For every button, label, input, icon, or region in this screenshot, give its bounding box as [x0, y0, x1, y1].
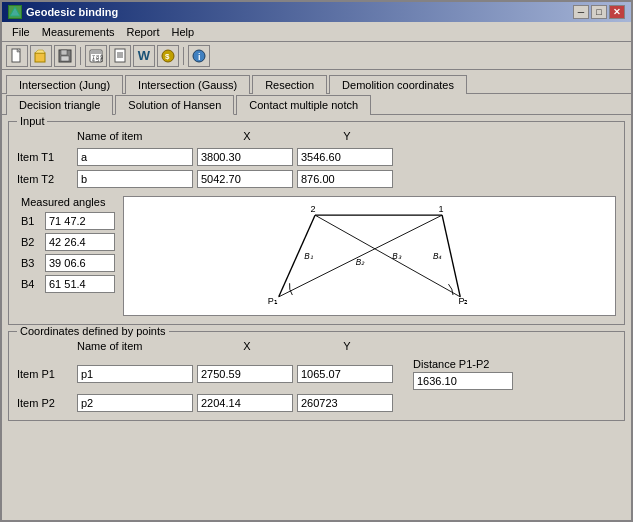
main-window: Geodesic binding ─ □ ✕ File Measurements…: [0, 0, 633, 522]
header-name: Name of item: [77, 130, 197, 142]
input-group-label: Input: [17, 115, 47, 127]
title-bar: Geodesic binding ─ □ ✕: [2, 2, 631, 22]
label-t1: Item T1: [17, 151, 73, 163]
angles-section: Measured angles B1 B2 B3 B4: [17, 196, 115, 316]
coords-p1-row: Item P1 Distance P1-P2: [17, 358, 616, 390]
open-button[interactable]: [30, 45, 52, 67]
header-y: Y: [297, 130, 397, 142]
distance-label: Distance P1-P2: [413, 358, 513, 370]
menu-bar: File Measurements Report Help: [2, 22, 631, 42]
coords-header-x: X: [197, 340, 297, 352]
svg-text:4 5 6: 4 5 6: [92, 57, 103, 63]
input-row-t1: Item T1: [17, 148, 616, 166]
tab-contact-multiple[interactable]: Contact multiple notch: [236, 95, 371, 115]
menu-file[interactable]: File: [6, 24, 36, 40]
menu-report[interactable]: Report: [121, 24, 166, 40]
t1-name-input[interactable]: [77, 148, 193, 166]
svg-text:B₄: B₄: [433, 252, 442, 261]
p1-name-input[interactable]: [77, 365, 193, 383]
t1-x-input[interactable]: [197, 148, 293, 166]
input-fields: Name of item X Y Item T1 Item T2: [17, 130, 616, 188]
header-x: X: [197, 130, 297, 142]
t2-x-input[interactable]: [197, 170, 293, 188]
svg-marker-4: [35, 50, 45, 53]
svg-text:B₁: B₁: [304, 252, 312, 261]
export-button[interactable]: $: [157, 45, 179, 67]
svg-text:$: $: [165, 52, 170, 61]
input-row-t2: Item T2: [17, 170, 616, 188]
svg-text:1: 1: [438, 204, 443, 214]
p1-x-input[interactable]: [197, 365, 293, 383]
svg-line-23: [279, 215, 442, 297]
t2-y-input[interactable]: [297, 170, 393, 188]
angles-label: Measured angles: [21, 196, 115, 208]
angle-row-b3: B3: [21, 254, 115, 272]
p2-x-input[interactable]: [197, 394, 293, 412]
svg-marker-0: [10, 7, 20, 16]
info-button[interactable]: i: [188, 45, 210, 67]
coords-header-name: Name of item: [77, 340, 197, 352]
b1-input[interactable]: [45, 212, 115, 230]
distance-box: Distance P1-P2: [413, 358, 513, 390]
close-button[interactable]: ✕: [609, 5, 625, 19]
window-title: Geodesic binding: [26, 6, 118, 18]
p2-y-input[interactable]: [297, 394, 393, 412]
coords-p2-row: Item P2: [17, 394, 616, 412]
label-t2: Item T2: [17, 173, 73, 185]
toolbar: 7 8 94 5 6 W $ i: [2, 42, 631, 70]
save-button[interactable]: [54, 45, 76, 67]
svg-text:P₁: P₁: [268, 296, 278, 306]
toolbar-sep2: [183, 47, 184, 65]
label-p1: Item P1: [17, 368, 73, 380]
b4-input[interactable]: [45, 275, 115, 293]
menu-measurements[interactable]: Measurements: [36, 24, 121, 40]
tab-solution-hansen[interactable]: Solution of Hansen: [115, 95, 234, 115]
angle-row-b4: B4: [21, 275, 115, 293]
input-header: Name of item X Y: [77, 130, 616, 142]
svg-line-22: [442, 215, 460, 297]
tab-resection[interactable]: Resection: [252, 75, 327, 94]
svg-text:2: 2: [311, 204, 316, 214]
b1-label: B1: [21, 215, 41, 227]
lower-section: Measured angles B1 B2 B3 B4: [17, 196, 616, 316]
svg-text:B₂: B₂: [356, 258, 365, 267]
minimize-button[interactable]: ─: [573, 5, 589, 19]
angle-row-b1: B1: [21, 212, 115, 230]
b3-label: B3: [21, 257, 41, 269]
svg-rect-7: [61, 56, 69, 61]
t1-y-input[interactable]: [297, 148, 393, 166]
svg-rect-3: [35, 53, 45, 62]
distance-input[interactable]: [413, 372, 513, 390]
tab-decision-triangle[interactable]: Decision triangle: [6, 95, 113, 115]
new-button[interactable]: [6, 45, 28, 67]
tab-intersection-jung[interactable]: Intersection (Jung): [6, 75, 123, 94]
angle-row-b2: B2: [21, 233, 115, 251]
tabs-row1: Intersection (Jung) Intersection (Gauss)…: [2, 70, 631, 94]
coords-header-y: Y: [297, 340, 397, 352]
coords-fields: Name of item X Y Item P1 Distance P1-P2: [17, 340, 616, 412]
coords-header: Name of item X Y: [77, 340, 616, 352]
p2-name-input[interactable]: [77, 394, 193, 412]
diagram-svg: 2 1 P₁ P₂ B₁ B₂ B₃ B₄: [124, 197, 615, 315]
p1-y-input[interactable]: [297, 365, 393, 383]
calc-button[interactable]: 7 8 94 5 6: [85, 45, 107, 67]
svg-rect-6: [61, 50, 67, 55]
maximize-button[interactable]: □: [591, 5, 607, 19]
b4-label: B4: [21, 278, 41, 290]
b3-input[interactable]: [45, 254, 115, 272]
t2-name-input[interactable]: [77, 170, 193, 188]
svg-text:i: i: [198, 52, 201, 62]
tabs-row2: Decision triangle Solution of Hansen Con…: [2, 94, 631, 115]
svg-text:B₃: B₃: [392, 252, 401, 261]
tab-demolition[interactable]: Demolition coordinates: [329, 75, 467, 94]
menu-help[interactable]: Help: [166, 24, 201, 40]
svg-text:P₂: P₂: [458, 296, 468, 306]
label-p2: Item P2: [17, 397, 73, 409]
toolbar-sep1: [80, 47, 81, 65]
diagram: 2 1 P₁ P₂ B₁ B₂ B₃ B₄: [123, 196, 616, 316]
b2-label: B2: [21, 236, 41, 248]
tab-intersection-gauss[interactable]: Intersection (Gauss): [125, 75, 250, 94]
b2-input[interactable]: [45, 233, 115, 251]
doc-button[interactable]: [109, 45, 131, 67]
word-button[interactable]: W: [133, 45, 155, 67]
